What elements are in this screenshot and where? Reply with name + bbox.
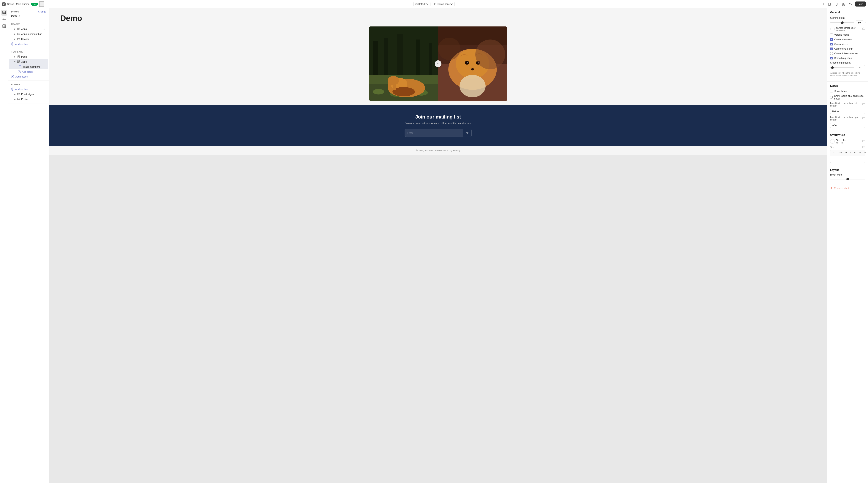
mobile-preview-button[interactable] [834, 1, 839, 7]
svg-rect-17 [4, 25, 6, 26]
cursor-shadows-checkbox[interactable] [830, 38, 833, 41]
vertical-mode-checkbox[interactable] [830, 33, 833, 36]
sidebar-item-footer[interactable]: ▶ Footer [9, 97, 48, 102]
svg-rect-25 [18, 33, 20, 35]
text-action[interactable] [862, 146, 865, 149]
label-bottom-left-input[interactable] [830, 109, 865, 114]
cursor-follows-mouse-checkbox[interactable] [830, 52, 833, 55]
chevron-icon: ▶ [14, 61, 16, 62]
page-dropdown[interactable]: Default page [432, 2, 455, 6]
toolbar-bold-button[interactable]: B [844, 151, 848, 154]
image-compare-icon [19, 65, 22, 68]
sidebar-item-apps-template[interactable]: ▶ Apps [9, 59, 48, 64]
show-labels-hover-checkbox[interactable] [830, 96, 833, 98]
cursor-circle-checkbox[interactable] [830, 43, 833, 46]
apps-grid-icon [17, 27, 20, 30]
email-submit-button[interactable] [463, 129, 472, 137]
change-button[interactable]: Change [38, 10, 46, 13]
sidebar-item-apps[interactable]: ▶ Apps [9, 26, 48, 31]
add-section-button-2[interactable]: + Add section [8, 74, 49, 79]
add-section-button-1[interactable]: + Add section [8, 41, 49, 47]
toolbar-font-button[interactable]: Aa [837, 151, 844, 154]
svg-point-15 [3, 19, 5, 20]
image-compare-right [438, 26, 507, 101]
smoothing-effect-checkbox[interactable] [830, 57, 833, 59]
plus-icon-3: + [11, 88, 14, 90]
theme-dropdown[interactable]: Default [413, 2, 431, 6]
cursor-border-color-action[interactable] [862, 28, 865, 31]
sidebar-item-header[interactable]: ▶ Header [9, 36, 48, 41]
cursor-circle-blur-checkbox[interactable] [830, 48, 833, 50]
cursor-border-color-swatch[interactable] [830, 27, 835, 31]
cursor-border-color-hex: #FFFFFF [836, 29, 861, 31]
divider-handle[interactable] [435, 60, 441, 67]
svg-rect-49 [384, 38, 388, 75]
svg-rect-30 [18, 62, 19, 63]
svg-rect-33 [18, 93, 20, 95]
show-labels-checkbox[interactable] [830, 90, 833, 92]
svg-rect-12 [3, 11, 6, 12]
text-color-info: Text color #FFFFFF [836, 139, 861, 144]
page-title: Demo [60, 14, 816, 23]
cursor-circle-blur-label: Cursor circle blur [834, 47, 852, 50]
desktop-preview-button[interactable] [819, 1, 825, 7]
page-label: Default page [437, 3, 450, 5]
grid-button[interactable] [841, 1, 846, 7]
svg-rect-10 [842, 4, 843, 5]
svg-rect-51 [416, 39, 420, 75]
show-labels-label: Show labels [834, 90, 847, 93]
label-bottom-right-input[interactable] [830, 123, 865, 128]
label-bottom-right-action[interactable] [862, 117, 865, 120]
smoothing-amount-slider[interactable] [830, 67, 854, 68]
image-compare-widget[interactable] [369, 26, 507, 101]
svg-rect-18 [3, 26, 4, 28]
svg-rect-16 [3, 25, 4, 26]
label-bottom-left-action[interactable] [862, 103, 865, 106]
apps-icon-button[interactable] [1, 23, 7, 29]
add-section-button-3[interactable]: + Add section [8, 87, 49, 91]
smoothing-amount-slider-row [830, 65, 865, 70]
toolbar-link-button[interactable] [852, 151, 857, 154]
starting-point-value[interactable] [856, 20, 863, 25]
toolbar-clear-button[interactable]: ✕ [832, 151, 836, 154]
sidebar-item-page[interactable]: ▶ Page [9, 54, 48, 59]
announcement-label: Announcement bar [21, 33, 42, 35]
sidebar-item-email-signup[interactable]: ▶ Email signup [9, 92, 48, 96]
toolbar-list-button[interactable] [858, 151, 862, 154]
add-block-button[interactable]: + Add block [8, 69, 49, 74]
demo-row: Demo [8, 15, 49, 19]
save-button[interactable]: Save [855, 1, 866, 6]
preview-label: Preview [11, 10, 19, 13]
sidebar-item-announcement-bar[interactable]: ▶ Announcement bar [9, 31, 48, 36]
chevron-icon: ▶ [14, 98, 16, 100]
text-color-swatch[interactable] [830, 139, 835, 144]
text-content-area[interactable] [830, 155, 865, 163]
sections-icon-button[interactable] [1, 10, 7, 16]
text-color-action[interactable] [862, 140, 865, 143]
sidebar: Preview Change Demo Header ▶ Apps [8, 8, 49, 483]
svg-rect-47 [369, 26, 438, 75]
remove-block-button[interactable]: 🗑 Remove block [827, 185, 868, 191]
site-name: Sense - Main Theme [7, 3, 29, 5]
general-panel-section: General Starting point % Cursor border c… [827, 8, 868, 82]
live-badge: Live [31, 3, 38, 6]
toolbar-ordered-list-button[interactable] [863, 151, 867, 154]
smoothing-note: Applies only when the smoothing effect o… [830, 72, 865, 77]
announcement-icon [17, 32, 20, 35]
smoothing-effect-row: Smoothing effect [830, 57, 865, 59]
toolbar-italic-button[interactable]: I [849, 151, 851, 154]
page-title-area: Demo [49, 8, 827, 26]
svg-point-59 [467, 62, 468, 63]
svg-rect-22 [18, 29, 19, 30]
text-toolbar: ✕ Aa B I [830, 150, 865, 155]
block-width-slider[interactable] [830, 179, 865, 179]
starting-point-slider[interactable] [830, 22, 854, 23]
svg-point-62 [460, 75, 486, 97]
smoothing-amount-value[interactable] [856, 65, 865, 70]
more-button[interactable]: ··· [39, 1, 44, 7]
email-input[interactable] [405, 129, 463, 137]
tablet-preview-button[interactable] [827, 1, 832, 7]
settings-icon-button[interactable] [1, 17, 7, 22]
undo-button[interactable] [848, 1, 854, 7]
sidebar-item-image-compare[interactable]: Image Compare [9, 64, 48, 69]
